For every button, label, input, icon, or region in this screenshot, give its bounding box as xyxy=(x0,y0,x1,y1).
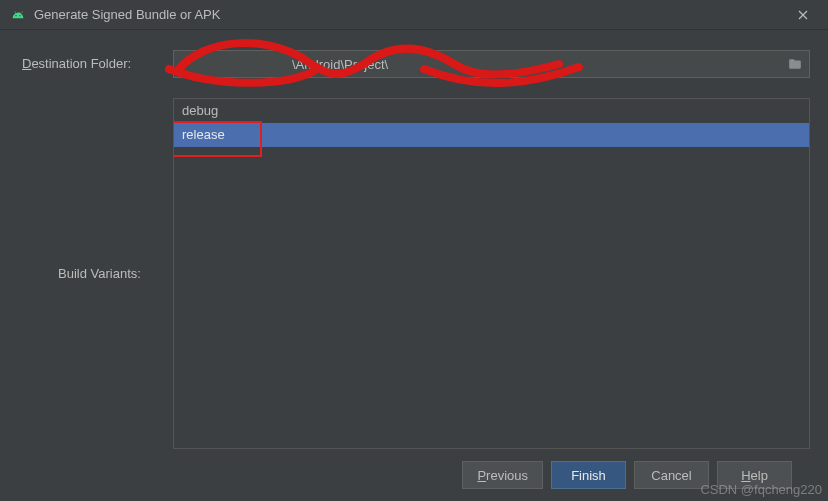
button-bar: Previous Finish Cancel Help xyxy=(18,449,810,501)
window-title: Generate Signed Bundle or APK xyxy=(34,7,788,22)
cancel-button[interactable]: Cancel xyxy=(634,461,709,489)
variant-item-debug[interactable]: debug xyxy=(174,99,809,123)
android-icon xyxy=(10,7,26,23)
finish-button[interactable]: Finish xyxy=(551,461,626,489)
previous-button[interactable]: Previous xyxy=(462,461,543,489)
close-button[interactable] xyxy=(788,0,818,30)
browse-folder-icon[interactable] xyxy=(785,54,805,74)
help-button[interactable]: Help xyxy=(717,461,792,489)
build-variants-row: Build Variants: debug release xyxy=(18,98,810,449)
build-variants-list[interactable]: debug release xyxy=(173,98,810,449)
titlebar: Generate Signed Bundle or APK xyxy=(0,0,828,30)
destination-path: \Android\Project\ xyxy=(182,57,785,72)
destination-row: Destination Folder: \Android\Project\ xyxy=(18,50,810,78)
variant-item-release[interactable]: release xyxy=(174,123,809,147)
destination-input[interactable]: \Android\Project\ xyxy=(173,50,810,78)
dialog-content: Destination Folder: \Android\Project\ Bu… xyxy=(0,30,828,501)
destination-label: Destination Folder: xyxy=(18,50,173,71)
build-variants-label: Build Variants: xyxy=(18,98,173,449)
